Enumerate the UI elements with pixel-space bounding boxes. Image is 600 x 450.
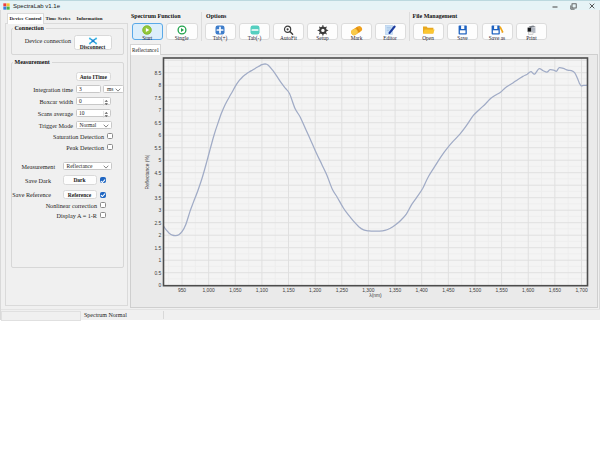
svg-text:1: 1 xyxy=(158,258,161,263)
svg-text:5.5: 5.5 xyxy=(154,146,161,151)
svg-text:8: 8 xyxy=(158,83,161,88)
svg-text:1,150: 1,150 xyxy=(282,288,295,293)
svg-text:4: 4 xyxy=(158,183,161,188)
svg-text:1,200: 1,200 xyxy=(309,288,322,293)
svg-text:1,300: 1,300 xyxy=(362,288,375,293)
svg-text:1,050: 1,050 xyxy=(229,288,242,293)
svg-text:3.5: 3.5 xyxy=(154,196,161,201)
svg-text:0.5: 0.5 xyxy=(154,271,161,276)
svg-text:3: 3 xyxy=(158,208,161,213)
svg-text:1,500: 1,500 xyxy=(469,288,482,293)
svg-text:1,000: 1,000 xyxy=(202,288,215,293)
svg-text:2.5: 2.5 xyxy=(154,221,161,226)
svg-text:1,700: 1,700 xyxy=(575,288,588,293)
svg-text:6: 6 xyxy=(158,133,161,138)
svg-text:5: 5 xyxy=(158,158,161,163)
svg-text:1,350: 1,350 xyxy=(389,288,402,293)
svg-text:λ(nm): λ(nm) xyxy=(369,293,382,298)
svg-text:2: 2 xyxy=(158,233,161,238)
svg-text:1,550: 1,550 xyxy=(495,288,508,293)
svg-text:1,650: 1,650 xyxy=(549,288,562,293)
svg-text:1,100: 1,100 xyxy=(256,288,269,293)
svg-text:0: 0 xyxy=(158,283,161,288)
svg-text:950: 950 xyxy=(178,288,186,293)
svg-text:6.5: 6.5 xyxy=(154,121,161,126)
svg-text:1,600: 1,600 xyxy=(522,288,535,293)
svg-text:1,250: 1,250 xyxy=(336,288,349,293)
svg-text:8.5: 8.5 xyxy=(154,71,161,76)
svg-text:4.5: 4.5 xyxy=(154,171,161,176)
svg-text:1,450: 1,450 xyxy=(442,288,455,293)
svg-text:Reflectance (%): Reflectance (%) xyxy=(145,154,150,189)
svg-text:1.5: 1.5 xyxy=(154,246,161,251)
svg-text:7.5: 7.5 xyxy=(154,96,161,101)
svg-text:7: 7 xyxy=(158,108,161,113)
svg-text:1,400: 1,400 xyxy=(416,288,429,293)
